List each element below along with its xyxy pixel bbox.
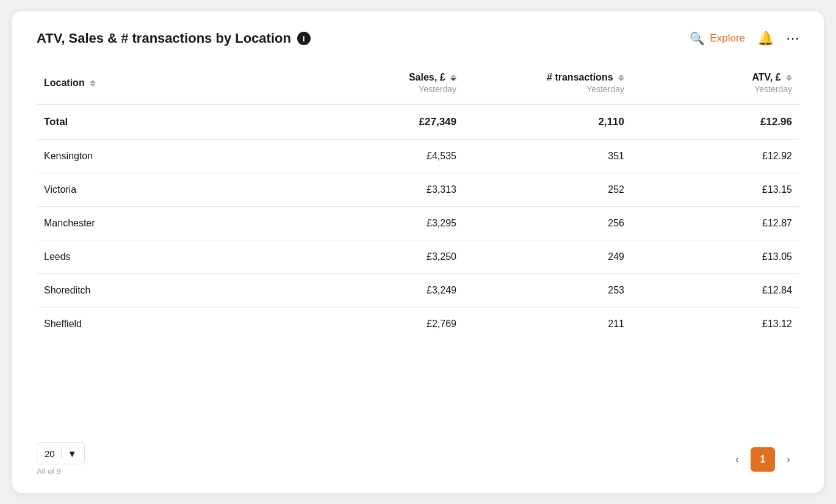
card: ATV, Sales & # transactions by Location …	[12, 11, 824, 493]
row-sales: £3,250	[304, 240, 464, 274]
table-row: Shoreditch £3,249 253 £12.84	[37, 274, 799, 308]
row-transactions: 351	[464, 140, 632, 173]
row-location: Shoreditch	[37, 274, 304, 308]
row-location: Kensington	[37, 140, 304, 173]
col-sub-atv: Yesterday	[639, 84, 792, 94]
explore-button[interactable]: 🔍 Explore	[690, 31, 745, 46]
card-header: ATV, Sales & # transactions by Location …	[37, 31, 799, 46]
row-location: Leeds	[37, 240, 304, 274]
row-sales: £3,249	[304, 274, 464, 308]
prev-page-button[interactable]: ‹	[726, 448, 748, 470]
row-atv: £13.12	[632, 308, 799, 341]
row-atv: £12.87	[632, 207, 799, 240]
page-size-section: 20 ▼ All of 9	[37, 442, 85, 476]
col-sub-sales: Yesterday	[311, 84, 457, 94]
col-header-atv[interactable]: ATV, £ Yesterday	[632, 66, 799, 104]
total-transactions: 2,110	[464, 104, 632, 140]
info-icon[interactable]: i	[297, 32, 311, 45]
col-label-transactions: # transactions	[547, 72, 613, 82]
col-header-location[interactable]: Location	[37, 66, 304, 104]
total-sales: £27,349	[304, 104, 464, 140]
sort-icon-location[interactable]	[90, 80, 96, 87]
row-sales: £4,535	[304, 140, 464, 173]
search-icon: 🔍	[690, 31, 705, 46]
pagination: ‹ 1 ›	[726, 447, 799, 472]
page-size-value: 20	[45, 448, 55, 459]
row-location: Victoria	[37, 173, 304, 207]
bell-button[interactable]: 🔔	[757, 31, 774, 46]
row-atv: £12.92	[632, 140, 799, 173]
total-atv: £12.96	[632, 104, 799, 140]
col-label-atv: ATV, £	[752, 72, 780, 82]
data-table: Location Sales, £ Yesterday	[37, 66, 799, 340]
table-row: Leeds £3,250 249 £13.05	[37, 240, 799, 274]
sort-icon-sales[interactable]	[450, 74, 456, 81]
col-label-location: Location	[44, 77, 85, 88]
table-row: Kensington £4,535 351 £12.92	[37, 140, 799, 173]
card-title: ATV, Sales & # transactions by Location	[37, 31, 291, 46]
divider	[61, 448, 62, 459]
row-atv: £13.05	[632, 240, 799, 274]
table-footer: 20 ▼ All of 9 ‹ 1 ›	[37, 440, 799, 476]
table-container: Location Sales, £ Yesterday	[37, 66, 799, 428]
header-row: Location Sales, £ Yesterday	[37, 66, 799, 104]
all-of-label: All of 9	[37, 467, 85, 476]
row-sales: £2,769	[304, 308, 464, 341]
col-label-sales: Sales, £	[409, 72, 445, 82]
table-row: Sheffield £2,769 211 £13.12	[37, 308, 799, 341]
row-location: Sheffield	[37, 308, 304, 341]
row-sales: £3,295	[304, 207, 464, 240]
row-location: Manchester	[37, 207, 304, 240]
row-transactions: 211	[464, 308, 632, 341]
total-row: Total £27,349 2,110 £12.96	[37, 104, 799, 140]
header-right: 🔍 Explore 🔔 ⋯	[690, 31, 799, 46]
row-sales: £3,313	[304, 173, 464, 207]
row-transactions: 253	[464, 274, 632, 308]
table-row: Victoria £3,313 252 £13.15	[37, 173, 799, 207]
col-header-transactions[interactable]: # transactions Yesterday	[464, 66, 632, 104]
page-1-button[interactable]: 1	[751, 447, 775, 472]
col-header-sales[interactable]: Sales, £ Yesterday	[304, 66, 464, 104]
row-atv: £12.84	[632, 274, 799, 308]
row-transactions: 252	[464, 173, 632, 207]
table-body: Total £27,349 2,110 £12.96 Kensington £4…	[37, 104, 799, 340]
total-location: Total	[37, 104, 304, 140]
row-transactions: 249	[464, 240, 632, 274]
page-size-selector[interactable]: 20 ▼	[37, 442, 85, 464]
table-row: Manchester £3,295 256 £12.87	[37, 207, 799, 240]
row-transactions: 256	[464, 207, 632, 240]
header-left: ATV, Sales & # transactions by Location …	[37, 31, 311, 46]
row-atv: £13.15	[632, 173, 799, 207]
chevron-down-icon: ▼	[68, 448, 77, 459]
explore-label: Explore	[710, 32, 745, 45]
more-options-button[interactable]: ⋯	[786, 31, 799, 46]
next-page-button[interactable]: ›	[777, 448, 799, 470]
sort-icon-transactions[interactable]	[618, 74, 624, 81]
sort-icon-atv[interactable]	[786, 74, 792, 81]
col-sub-transactions: Yesterday	[471, 84, 624, 94]
table-head: Location Sales, £ Yesterday	[37, 66, 799, 104]
